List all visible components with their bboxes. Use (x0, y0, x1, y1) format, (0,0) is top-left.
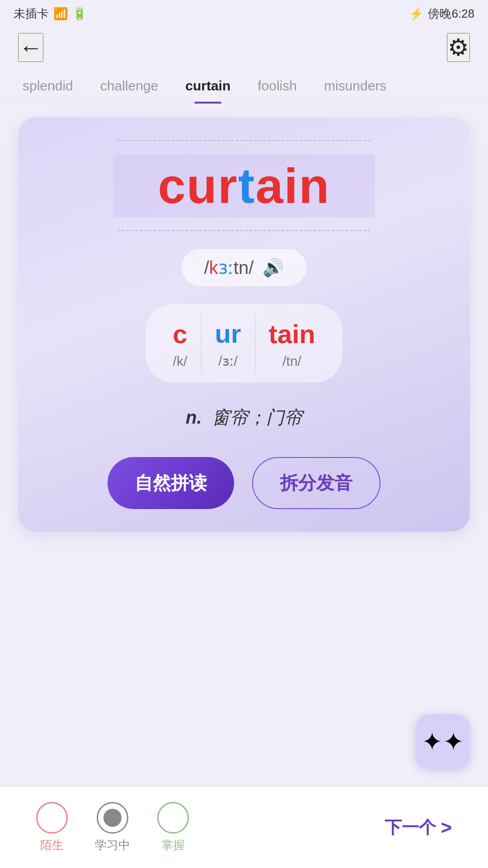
tab-foolish[interactable]: foolish (244, 68, 310, 104)
mastered-status[interactable]: 掌握 (157, 802, 189, 853)
part-of-speech: n. (186, 407, 202, 427)
status-left: 未插卡 📶 🔋 (14, 6, 87, 22)
tab-challenge[interactable]: challenge (87, 68, 172, 104)
syllable-ipa-tain: /tn/ (282, 354, 301, 369)
natural-reading-button[interactable]: 自然拼读 (108, 457, 234, 509)
syllable-ipa-c: /k/ (173, 354, 188, 369)
next-label: 下一个 (385, 816, 436, 839)
stranger-circle (36, 802, 68, 834)
main-word: curtain (158, 149, 330, 222)
learning-status[interactable]: 学习中 (95, 802, 130, 853)
ai-fab-button[interactable]: ✦✦ (416, 714, 470, 769)
main-content: curtain /kɜːtn/ 🔊 c /k/ ur /ɜː/ tain (0, 104, 488, 545)
syllable-ipa-ur: /ɜː/ (218, 353, 238, 369)
sparkle-icon: ✦✦ (422, 727, 464, 756)
syllable-ur: ur /ɜː/ (201, 313, 255, 373)
bottom-bar: 陌生 学习中 掌握 下一个 > (0, 787, 488, 868)
phonetic-text: /kɜːtn/ (204, 257, 254, 278)
tab-curtain[interactable]: curtain (172, 68, 244, 104)
bluetooth-icon: ⚡ (409, 7, 423, 21)
phonetic-k: k (209, 258, 218, 278)
top-nav: ← ⚙ (0, 27, 488, 68)
learning-circle (97, 802, 128, 834)
next-button[interactable]: 下一个 > (385, 816, 452, 839)
syllable-c: c /k/ (159, 314, 201, 373)
dashed-line-top (117, 140, 371, 141)
speaker-icon[interactable]: 🔊 (263, 258, 284, 278)
card-buttons: 自然拼读 拆分发音 (36, 457, 452, 509)
phonetic-pill[interactable]: /kɜːtn/ 🔊 (182, 249, 307, 286)
back-button[interactable]: ← (18, 33, 43, 62)
carrier-text: 未插卡 (14, 6, 49, 22)
tab-bar: splendid challenge curtain foolish misun… (0, 68, 488, 104)
tab-misunderstand[interactable]: misunders (310, 68, 400, 104)
tab-splendid[interactable]: splendid (9, 68, 87, 104)
mastered-circle (157, 802, 189, 834)
learning-label: 学习中 (95, 837, 130, 853)
stranger-label: 陌生 (40, 837, 64, 853)
syllables-row: c /k/ ur /ɜː/ tain /tn/ (145, 304, 342, 382)
stranger-status[interactable]: 陌生 (36, 802, 68, 853)
word-part-ain: ain (255, 158, 330, 213)
time-text: 傍晚6:28 (428, 6, 474, 22)
status-icons: 陌生 学习中 掌握 (36, 802, 189, 853)
word-lines: curtain (117, 140, 371, 231)
word-part-t: t (238, 158, 256, 213)
syllable-char-ur: ur (215, 318, 241, 349)
word-part-c: cur (158, 158, 238, 213)
syllable-tain: tain /tn/ (255, 314, 329, 373)
definition: n. 窗帘；门帘 (186, 405, 302, 430)
mastered-label: 掌握 (161, 837, 185, 853)
learning-dot (103, 809, 122, 827)
syllable-char-tain: tain (269, 318, 315, 350)
dashed-line-bottom (117, 230, 371, 231)
phonetic-schwa: ɜː (218, 258, 234, 278)
syllable-char-c: c (173, 318, 187, 350)
settings-button[interactable]: ⚙ (447, 33, 470, 62)
wifi-icon: 📶 (53, 7, 68, 21)
next-arrow-icon: > (441, 817, 452, 839)
split-pronunciation-button[interactable]: 拆分发音 (252, 457, 380, 509)
word-display-area: curtain (36, 140, 452, 231)
definition-text: 窗帘；门帘 (212, 407, 302, 427)
signal-icon: 🔋 (72, 7, 87, 21)
word-card: curtain /kɜːtn/ 🔊 c /k/ ur /ɜː/ tain (18, 118, 470, 532)
status-bar: 未插卡 📶 🔋 ⚡ 傍晚6:28 (0, 0, 488, 27)
status-right: ⚡ 傍晚6:28 (409, 6, 474, 22)
